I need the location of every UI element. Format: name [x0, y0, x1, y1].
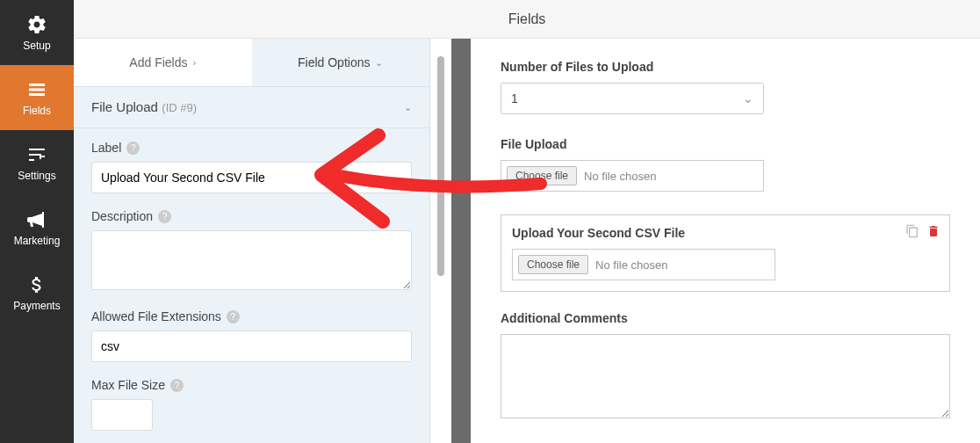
file-upload-label: File Upload [501, 137, 950, 151]
sidebar-label: Settings [18, 170, 55, 182]
file-upload-field-2[interactable]: Choose file No file chosen [512, 249, 775, 280]
no-file-text: No file chosen [584, 170, 656, 183]
help-icon[interactable]: ? [158, 210, 171, 223]
field-options-panel: Add Fields› Field Options⌄ File Upload (… [74, 39, 430, 443]
sidebar-label: Marketing [14, 235, 61, 247]
max-size-input[interactable] [91, 399, 153, 431]
dollar-icon [25, 273, 48, 296]
file-upload-field[interactable]: Choose file No file chosen [501, 160, 764, 192]
panel-divider [451, 39, 471, 443]
sidebar-item-payments[interactable]: Payments [0, 260, 74, 325]
help-icon[interactable]: ? [126, 142, 140, 155]
help-icon[interactable]: ? [170, 379, 184, 392]
bullhorn-icon [25, 208, 48, 231]
num-files-label: Number of Files to Upload [501, 60, 950, 74]
label-caption: Label [91, 141, 121, 155]
trash-icon[interactable] [926, 224, 940, 238]
tab-add-fields[interactable]: Add Fields› [74, 39, 252, 86]
list-icon [25, 78, 48, 101]
sidebar-label: Fields [23, 105, 51, 117]
scrollbar-track [430, 39, 451, 443]
selected-field[interactable]: Upload Your Second CSV File Choose file … [501, 214, 950, 292]
sliders-icon [25, 143, 48, 166]
tab-field-options[interactable]: Field Options⌄ [252, 39, 430, 86]
description-caption: Description [91, 209, 153, 223]
help-icon[interactable]: ? [227, 310, 240, 323]
label-input[interactable] [91, 162, 412, 193]
choose-file-button[interactable]: Choose file [507, 166, 577, 185]
sidebar-label: Setup [23, 40, 50, 52]
chevron-down-icon: ⌄ [743, 91, 753, 105]
description-input[interactable] [91, 230, 412, 290]
sidebar-label: Payments [13, 300, 60, 312]
extensions-input[interactable] [91, 330, 412, 362]
num-files-select[interactable]: 1 ⌄ [501, 83, 764, 114]
choose-file-button[interactable]: Choose file [518, 255, 588, 274]
extensions-caption: Allowed File Extensions [91, 309, 221, 323]
scrollbar-thumb[interactable] [437, 56, 444, 276]
form-preview: Number of Files to Upload 1 ⌄ File Uploa… [471, 39, 980, 443]
no-file-text: No file chosen [595, 258, 667, 272]
sidebar-item-fields[interactable]: Fields [0, 65, 74, 130]
second-upload-label: Upload Your Second CSV File [512, 226, 939, 240]
gear-icon [25, 13, 48, 36]
comments-label: Additional Comments [501, 311, 950, 325]
sidebar: Setup Fields Settings Marketing Payments [0, 0, 74, 443]
sidebar-item-marketing[interactable]: Marketing [0, 195, 74, 260]
sidebar-item-setup[interactable]: Setup [0, 0, 74, 65]
section-header[interactable]: File Upload (ID #9) ⌄ [74, 86, 429, 128]
comments-textarea[interactable] [501, 334, 950, 418]
chevron-right-icon: › [192, 57, 196, 68]
page-title: Fields [74, 0, 980, 39]
sidebar-item-settings[interactable]: Settings [0, 130, 74, 195]
chevron-down-icon: ⌄ [375, 57, 383, 69]
max-size-caption: Max File Size [91, 378, 165, 392]
chevron-down-icon: ⌄ [404, 102, 412, 113]
duplicate-icon[interactable] [905, 224, 919, 238]
